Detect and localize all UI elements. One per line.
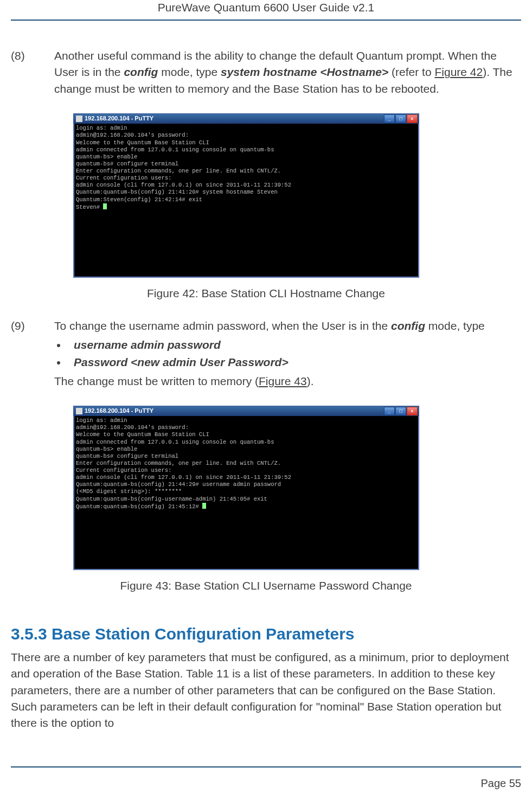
- text: The change must be written to memory (: [54, 375, 259, 387]
- bullet-item: Password <new admin User Password>: [67, 354, 521, 370]
- command-text: Password <new admin User Password>: [74, 356, 289, 368]
- text: To change the username admin password, w…: [54, 319, 391, 332]
- window-title: 192.168.200.104 - PuTTY: [85, 407, 153, 415]
- figure-43: 192.168.200.104 - PuTTY _ □ × login as: …: [73, 406, 521, 570]
- config-keyword: config: [124, 66, 158, 78]
- terminal-text: login as: admin admin@192.168.200.104's …: [76, 417, 291, 510]
- figure-link-43[interactable]: Figure 43: [259, 375, 307, 387]
- section-paragraph: There are a number of key parameters tha…: [11, 649, 521, 732]
- page-header: PureWave Quantum 6600 User Guide v2.1: [11, 0, 521, 21]
- page-footer: Page 55: [11, 766, 521, 790]
- window-titlebar: 192.168.200.104 - PuTTY _ □ ×: [74, 114, 419, 124]
- putty-icon: [76, 116, 82, 122]
- figure-caption-43: Figure 43: Base Station CLI Username Pas…: [11, 578, 521, 594]
- item-number: (9): [11, 318, 54, 389]
- section-heading: 3.5.3 Base Station Configuration Paramet…: [11, 622, 521, 646]
- text: mode, type: [425, 319, 485, 332]
- maximize-button[interactable]: □: [395, 407, 406, 415]
- page-content: (8) Another useful command is the abilit…: [11, 21, 521, 732]
- window-title: 192.168.200.104 - PuTTY: [85, 114, 153, 123]
- list-item-8: (8) Another useful command is the abilit…: [11, 48, 521, 97]
- putty-icon: [76, 408, 82, 414]
- close-button[interactable]: ×: [407, 114, 418, 123]
- close-button[interactable]: ×: [407, 407, 418, 415]
- terminal-output: login as: admin admin@192.168.200.104's …: [74, 124, 419, 277]
- item-body: Another useful command is the ability to…: [54, 48, 521, 97]
- list-item-9: (9) To change the username admin passwor…: [11, 318, 521, 389]
- figure-caption-42: Figure 42: Base Station CLI Hostname Cha…: [11, 285, 521, 302]
- text: mode, type: [158, 66, 221, 78]
- text: (refer to: [388, 66, 434, 78]
- command-text: system hostname <Hostname>: [221, 66, 388, 78]
- item-number: (8): [11, 48, 54, 97]
- maximize-button[interactable]: □: [395, 114, 406, 123]
- bullet-item: username admin password: [67, 337, 521, 353]
- config-keyword: config: [391, 319, 425, 332]
- figure-link-42[interactable]: Figure 42: [434, 66, 483, 78]
- command-text: username admin password: [74, 338, 221, 351]
- cursor-icon: [103, 203, 107, 209]
- page-number: Page 55: [480, 777, 521, 789]
- bullet-list: username admin password Password <new ad…: [67, 337, 521, 371]
- terminal-output: login as: admin admin@192.168.200.104's …: [74, 416, 419, 570]
- putty-window: 192.168.200.104 - PuTTY _ □ × login as: …: [73, 406, 419, 570]
- minimize-button[interactable]: _: [384, 407, 395, 415]
- text: ).: [307, 375, 314, 387]
- minimize-button[interactable]: _: [384, 114, 395, 123]
- terminal-text: login as: admin admin@192.168.200.104's …: [76, 125, 291, 210]
- figure-42: 192.168.200.104 - PuTTY _ □ × login as: …: [73, 113, 521, 278]
- cursor-icon: [202, 503, 206, 509]
- window-titlebar: 192.168.200.104 - PuTTY _ □ ×: [74, 406, 419, 416]
- item-body: To change the username admin password, w…: [54, 318, 521, 389]
- putty-window: 192.168.200.104 - PuTTY _ □ × login as: …: [73, 113, 419, 278]
